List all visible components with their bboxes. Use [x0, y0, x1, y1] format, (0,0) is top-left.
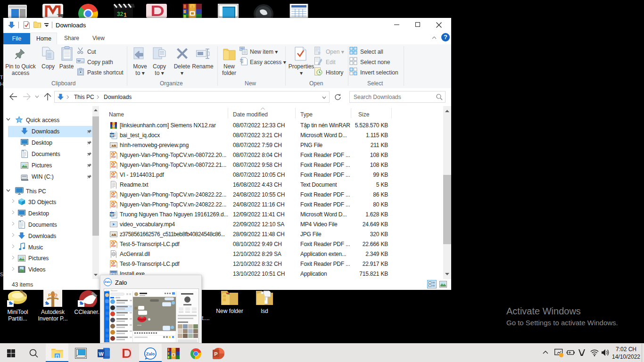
svg-text:PDF: PDF — [111, 175, 116, 178]
svg-text:1: 1 — [124, 12, 127, 18]
svg-text:W: W — [110, 212, 114, 217]
svg-text:W: W — [99, 351, 104, 357]
svg-text:W: W — [110, 133, 114, 138]
svg-text:PDF: PDF — [111, 195, 116, 198]
svg-text:PDF: PDF — [111, 165, 116, 168]
svg-text:32: 32 — [117, 11, 124, 17]
svg-text:PDF: PDF — [111, 245, 116, 247]
svg-text:PRO: PRO — [48, 293, 58, 297]
svg-text:Zalo: Zalo — [146, 352, 155, 356]
svg-text:PDF: PDF — [111, 205, 116, 208]
svg-text:PDF: PDF — [111, 156, 116, 158]
svg-text:PDF: PDF — [111, 264, 116, 267]
svg-text:P: P — [214, 351, 217, 357]
